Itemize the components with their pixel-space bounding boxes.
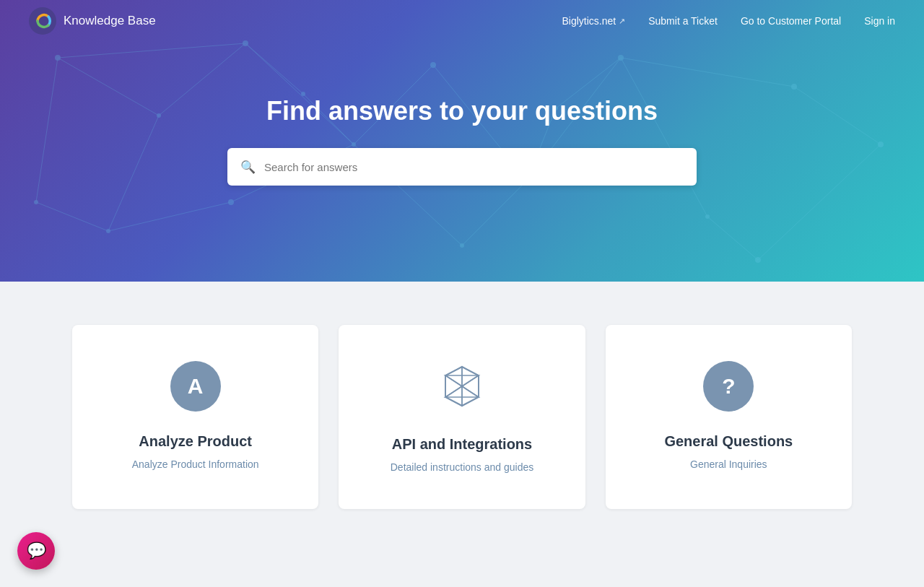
svg-line-28 <box>707 217 758 260</box>
cards-section: A Analyze Product Analyze Product Inform… <box>0 282 924 552</box>
search-input[interactable] <box>264 161 684 173</box>
general-questions-icon: ? <box>703 361 754 412</box>
card-title-general: General Questions <box>664 433 793 450</box>
hero-content: Find answers to your questions 🔍 <box>0 96 924 186</box>
api-geo-icon <box>437 361 487 412</box>
hero-section: Find answers to your questions 🔍 <box>0 0 924 282</box>
card-desc-analyze: Analyze Product Information <box>132 458 259 470</box>
card-analyze-product[interactable]: A Analyze Product Analyze Product Inform… <box>72 325 318 509</box>
biglytics-link[interactable]: Biglytics.net ↗ <box>562 15 626 27</box>
external-link-icon: ↗ <box>619 17 625 26</box>
brand-logo-icon <box>29 7 56 35</box>
card-icon-analyze: A <box>170 361 221 412</box>
submit-ticket-link[interactable]: Submit a Ticket <box>648 15 718 27</box>
card-desc-general: General Inquiries <box>690 458 767 470</box>
search-bar: 🔍 <box>227 148 697 186</box>
navbar: Knowledge Base Biglytics.net ↗ Submit a … <box>0 0 924 42</box>
sign-in-link[interactable]: Sign in <box>864 15 895 27</box>
hero-title: Find answers to your questions <box>266 96 658 126</box>
svg-point-0 <box>29 7 56 35</box>
search-icon: 🔍 <box>240 160 256 175</box>
brand-name-label: Knowledge Base <box>64 14 156 28</box>
card-title-api: API and Integrations <box>392 436 532 453</box>
card-general-questions[interactable]: ? General Questions General Inquiries <box>606 325 852 509</box>
card-api-integrations[interactable]: API and Integrations Detailed instructio… <box>339 325 585 509</box>
customer-portal-link[interactable]: Go to Customer Portal <box>741 15 841 27</box>
svg-line-26 <box>621 58 794 87</box>
svg-line-33 <box>462 181 527 245</box>
card-icon-general: ? <box>703 361 754 412</box>
card-desc-api: Detailed instructions and guides <box>391 461 533 473</box>
card-icon-api <box>437 361 487 414</box>
svg-line-19 <box>58 43 245 58</box>
svg-line-38 <box>245 43 303 94</box>
analyze-product-icon: A <box>170 361 221 412</box>
navbar-links: Biglytics.net ↗ Submit a Ticket Go to Cu… <box>562 15 896 27</box>
chat-bubble-icon: 💬 <box>27 542 46 552</box>
card-title-analyze: Analyze Product <box>139 433 252 450</box>
brand-link[interactable]: Knowledge Base <box>29 7 156 35</box>
svg-line-30 <box>108 202 231 231</box>
svg-line-36 <box>36 202 108 231</box>
